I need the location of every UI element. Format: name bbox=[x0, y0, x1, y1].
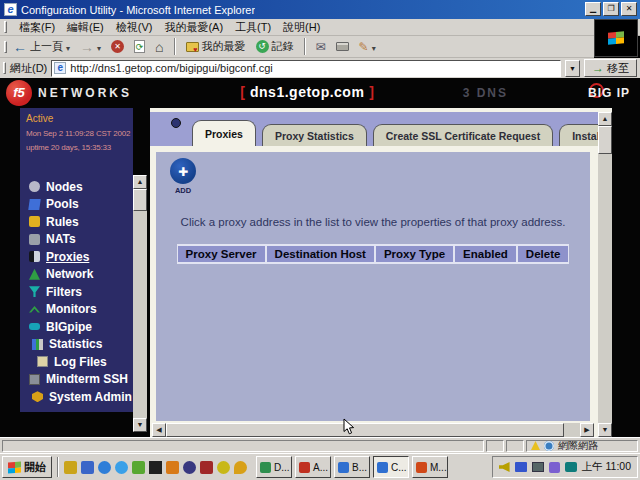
sidebar-scrollbar[interactable] bbox=[133, 175, 147, 432]
add-proxy-button[interactable] bbox=[170, 158, 196, 184]
quicklaunch-icon-8[interactable] bbox=[183, 461, 196, 474]
scroll-up-icon[interactable] bbox=[133, 175, 147, 189]
scroll-up-icon[interactable] bbox=[598, 112, 612, 126]
back-label: 上一頁 bbox=[30, 39, 63, 54]
tray-icon-5[interactable] bbox=[565, 462, 577, 472]
system-status: Active Mon Sep 2 11:09:28 CST 2002 uptim… bbox=[20, 108, 133, 152]
sidebar-item-statistics[interactable]: Statistics bbox=[20, 336, 133, 354]
monitors-icon bbox=[29, 304, 40, 315]
tab-create-ssl-certificate-request[interactable]: Create SSL Certificate Request bbox=[373, 124, 553, 146]
favorites-button[interactable]: 我的最愛 bbox=[182, 37, 250, 57]
scroll-down-icon[interactable] bbox=[133, 418, 147, 432]
screen: Configuration Utility - Microsoft Intern… bbox=[0, 0, 640, 480]
print-button[interactable] bbox=[332, 37, 353, 57]
column-header-destination-host: Destination Host bbox=[266, 244, 375, 264]
menu-file[interactable]: 檔案(F) bbox=[19, 20, 55, 35]
tab-install-ssl-certificate[interactable]: Install SSL Certif bbox=[559, 124, 598, 146]
scrollbar-thumb[interactable] bbox=[598, 126, 612, 154]
window-title: Configuration Utility - Microsoft Intern… bbox=[21, 4, 255, 16]
menu-edit[interactable]: 編輯(E) bbox=[67, 20, 104, 35]
close-button[interactable] bbox=[621, 2, 637, 16]
back-button[interactable]: 上一頁 bbox=[9, 37, 74, 57]
sidebar-item-nodes[interactable]: Nodes bbox=[20, 178, 133, 196]
network-map-widget[interactable] bbox=[158, 114, 194, 132]
edit-dropdown-icon[interactable] bbox=[372, 41, 376, 53]
tray-icon-4[interactable] bbox=[549, 462, 560, 473]
sidebar-item-rules[interactable]: Rules bbox=[20, 213, 133, 231]
quicklaunch-icon-5[interactable] bbox=[132, 461, 145, 474]
menu-tools[interactable]: 工具(T) bbox=[235, 20, 271, 35]
scrollbar-thumb[interactable] bbox=[166, 423, 564, 437]
scroll-left-icon[interactable] bbox=[152, 423, 166, 437]
ime-icon[interactable] bbox=[515, 462, 527, 472]
menu-grip[interactable] bbox=[4, 21, 7, 33]
network-icon bbox=[29, 269, 40, 280]
forward-button[interactable] bbox=[76, 37, 105, 57]
address-input[interactable]: http://dns1.getop.com/bigipgui/bigconf.c… bbox=[51, 60, 561, 77]
go-button[interactable]: 移至 bbox=[584, 59, 637, 77]
address-label: 網址(D) bbox=[10, 61, 47, 76]
task-button-5[interactable]: M... bbox=[412, 456, 448, 478]
toolbar-separator bbox=[174, 38, 176, 55]
address-dropdown-icon[interactable] bbox=[565, 60, 580, 77]
task-icon bbox=[338, 462, 349, 473]
quicklaunch-icon-11[interactable] bbox=[234, 461, 247, 474]
quicklaunch-icon-9[interactable] bbox=[200, 461, 213, 474]
edit-button[interactable] bbox=[355, 37, 380, 57]
vertical-scrollbar[interactable] bbox=[598, 112, 612, 437]
quicklaunch-icon-7[interactable] bbox=[166, 461, 179, 474]
sidebar-item-mindterm-ssh[interactable]: Mindterm SSH bbox=[20, 371, 133, 389]
quicklaunch-icon-3[interactable] bbox=[98, 461, 111, 474]
task-button-3[interactable]: B... bbox=[334, 456, 370, 478]
scroll-right-icon[interactable] bbox=[580, 423, 594, 437]
taskbar-clock[interactable]: 上午 11:00 bbox=[582, 460, 631, 474]
task-button-4-active[interactable]: C... bbox=[373, 456, 409, 478]
favorites-label: 我的最愛 bbox=[202, 39, 246, 54]
back-dropdown-icon[interactable] bbox=[66, 41, 70, 53]
ie-throbber bbox=[594, 19, 638, 57]
toolbar-grip[interactable] bbox=[4, 41, 7, 53]
sidebar-item-nats[interactable]: NATs bbox=[20, 231, 133, 249]
quicklaunch-icon-4[interactable] bbox=[115, 461, 128, 474]
alert-icon bbox=[531, 441, 540, 450]
sidebar-item-network[interactable]: Network bbox=[20, 266, 133, 284]
status-panel bbox=[486, 440, 504, 452]
scrollbar-thumb[interactable] bbox=[133, 189, 147, 211]
sidebar-item-system-admin[interactable]: System Admin bbox=[20, 388, 133, 406]
menu-view[interactable]: 檢視(V) bbox=[116, 20, 153, 35]
quicklaunch-icon-2[interactable] bbox=[81, 461, 94, 474]
scroll-down-icon[interactable] bbox=[598, 423, 612, 437]
home-button[interactable] bbox=[151, 37, 167, 57]
address-url: http://dns1.getop.com/bigipgui/bigconf.c… bbox=[70, 62, 272, 74]
refresh-icon bbox=[134, 40, 145, 53]
history-button[interactable]: 記錄 bbox=[252, 37, 298, 57]
start-button[interactable]: 開始 bbox=[2, 456, 52, 478]
mail-button[interactable] bbox=[312, 37, 330, 57]
sidebar-item-log-files[interactable]: Log Files bbox=[20, 353, 133, 371]
tab-proxy-statistics[interactable]: Proxy Statistics bbox=[262, 124, 367, 146]
mail-icon bbox=[316, 40, 326, 54]
stop-button[interactable] bbox=[107, 37, 128, 57]
volume-icon[interactable] bbox=[499, 462, 510, 472]
minimize-button[interactable] bbox=[585, 2, 601, 16]
task-button-1[interactable]: D... bbox=[256, 456, 292, 478]
sidebar-item-filters[interactable]: Filters bbox=[20, 283, 133, 301]
sidebar-item-proxies[interactable]: Proxies bbox=[20, 248, 133, 266]
menu-favorites[interactable]: 我的最愛(A) bbox=[164, 20, 223, 35]
menu-help[interactable]: 說明(H) bbox=[283, 20, 320, 35]
quicklaunch-icon-6[interactable] bbox=[149, 461, 162, 474]
quicklaunch-icon-1[interactable] bbox=[64, 461, 77, 474]
sidebar-item-bigpipe[interactable]: BIGpipe bbox=[20, 318, 133, 336]
horizontal-scrollbar[interactable] bbox=[152, 423, 594, 437]
forward-dropdown-icon[interactable] bbox=[97, 41, 101, 53]
task-button-2[interactable]: A... bbox=[295, 456, 331, 478]
refresh-button[interactable] bbox=[130, 37, 149, 57]
status-state: Active bbox=[26, 113, 127, 124]
tab-proxies[interactable]: Proxies bbox=[192, 120, 256, 146]
quicklaunch-icon-10[interactable] bbox=[217, 461, 230, 474]
sidebar-item-monitors[interactable]: Monitors bbox=[20, 301, 133, 319]
addressbar-grip[interactable] bbox=[3, 62, 6, 74]
sidebar-item-pools[interactable]: Pools bbox=[20, 196, 133, 214]
display-icon[interactable] bbox=[532, 462, 544, 472]
maximize-button[interactable] bbox=[603, 2, 619, 16]
